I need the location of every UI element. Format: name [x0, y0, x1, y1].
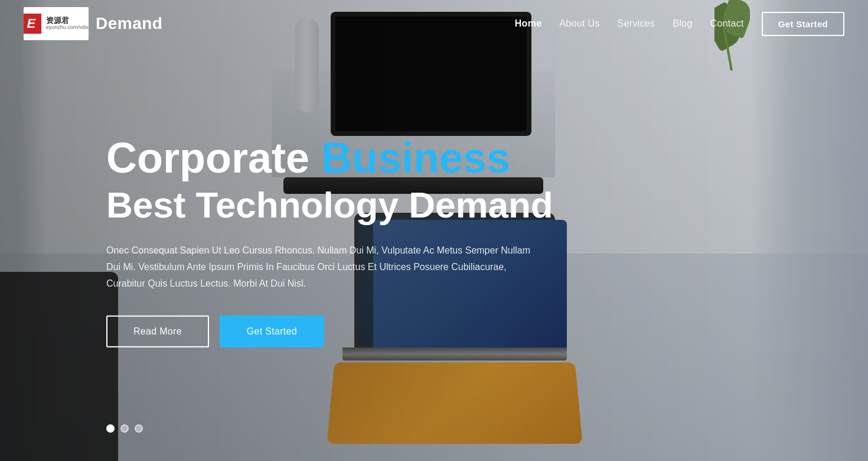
logo-container: E 资源君 eyunzhu.com/vdisk: [24, 11, 89, 36]
hero-title-line2: Best Technology Demand: [106, 184, 553, 226]
slide-indicators: [106, 424, 143, 433]
navbar: E 资源君 eyunzhu.com/vdisk Demand Home Abou…: [0, 0, 868, 47]
nav-blog[interactable]: Blog: [673, 18, 692, 29]
logo-url-text: eyunzhu.com/vdisk: [46, 25, 89, 31]
hero-content: Corporate Business Best Technology Deman…: [106, 135, 553, 348]
nav-services[interactable]: Services: [618, 18, 655, 29]
brand-name: Demand: [96, 14, 162, 33]
hero-section: E 资源君 eyunzhu.com/vdisk Demand Home Abou…: [0, 0, 868, 461]
brand-logo: E 资源君 eyunzhu.com/vdisk: [24, 7, 89, 40]
logo-e-letter: E: [27, 16, 35, 31]
nav-home[interactable]: Home: [515, 18, 542, 29]
hero-title-highlight: Business: [321, 134, 510, 181]
hero-title-line1: Corporate Business: [106, 135, 553, 181]
logo-e-box: E: [24, 14, 41, 34]
nav-cta-button[interactable]: Get Started: [762, 12, 844, 36]
nav-about[interactable]: About Us: [559, 18, 599, 29]
get-started-button[interactable]: Get Started: [220, 316, 324, 348]
slide-indicator-2[interactable]: [120, 424, 129, 433]
slide-indicator-3[interactable]: [135, 424, 143, 433]
nav-contact[interactable]: Contact: [710, 18, 744, 29]
read-more-button[interactable]: Read More: [106, 316, 209, 348]
hero-title-part1: Corporate: [106, 134, 321, 181]
logo-chinese-text: 资源君: [46, 17, 89, 25]
hero-description: Onec Consequat Sapien Ut Leo Cursus Rhon…: [106, 242, 543, 292]
logo-text-right: 资源君 eyunzhu.com/vdisk: [46, 17, 89, 31]
hero-buttons: Read More Get Started: [106, 316, 553, 348]
nav-links: Home About Us Services Blog Contact Get …: [515, 12, 844, 36]
slide-indicator-1[interactable]: [106, 424, 115, 433]
brand-logo-link[interactable]: E 资源君 eyunzhu.com/vdisk Demand: [24, 7, 162, 40]
